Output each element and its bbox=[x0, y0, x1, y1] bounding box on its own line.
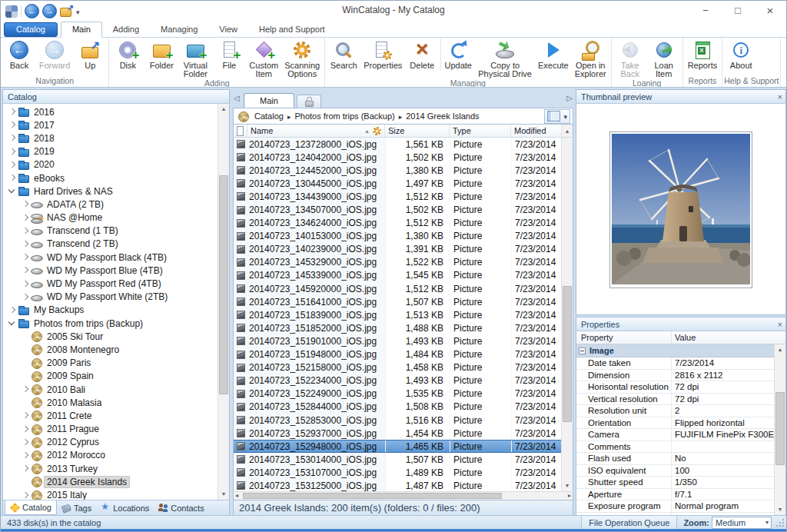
ribbon-button-delete[interactable]: Delete bbox=[405, 38, 439, 70]
ribbon-button-loan-item[interactable]: Loan Item bbox=[647, 38, 681, 78]
close-panel-icon[interactable] bbox=[778, 93, 782, 101]
file-row[interactable]: 20140723_153014000_iOS.jpg1,507 KBPictur… bbox=[234, 453, 562, 466]
file-row[interactable]: 20140723_153107000_iOS.jpg1,489 KBPictur… bbox=[234, 466, 562, 479]
column-header-size[interactable]: Size bbox=[385, 125, 450, 137]
ribbon-button-scanning-options[interactable]: Scanning Options bbox=[281, 38, 323, 78]
scroll-down-icon[interactable] bbox=[775, 504, 785, 515]
tree-item-adata-2-tb[interactable]: ADATA (2 TB) bbox=[3, 198, 218, 211]
property-row-iso-equivalent[interactable]: ISO equivalent100 bbox=[576, 465, 775, 477]
expander-icon[interactable] bbox=[19, 424, 31, 435]
minimize-button[interactable] bbox=[689, 1, 722, 21]
catalog-app-tab[interactable]: Catalog bbox=[4, 22, 58, 37]
file-row[interactable]: 20140723_140239000_iOS.jpg1,391 KBPictur… bbox=[234, 243, 562, 256]
scroll-up-icon[interactable] bbox=[561, 125, 573, 137]
file-row[interactable]: 20140723_123728000_iOS.jpg1,561 KBPictur… bbox=[234, 138, 562, 151]
tree-item-wd-my-passport-white-2tb[interactable]: WD My Passport White (2TB) bbox=[3, 291, 218, 304]
expander-icon[interactable] bbox=[19, 238, 31, 250]
file-row[interactable]: 20140723_140153000_iOS.jpg1,380 KBPictur… bbox=[234, 230, 562, 243]
column-settings-gear-icon[interactable] bbox=[373, 127, 381, 135]
ribbon-button-update[interactable]: Update bbox=[440, 38, 475, 70]
tree-item-transcend-2-tb[interactable]: Transcend (2 TB) bbox=[3, 238, 218, 251]
tree-item-2017[interactable]: 2017 bbox=[3, 118, 218, 131]
expander-icon[interactable] bbox=[6, 106, 18, 118]
tree-item-2005-ski-tour[interactable]: 2005 Ski Tour bbox=[3, 330, 218, 343]
ribbon-button-search[interactable]: Search bbox=[327, 38, 360, 70]
column-header-file-icon[interactable] bbox=[234, 125, 247, 137]
ribbon-button-virtual-folder[interactable]: Virtual Folder bbox=[178, 38, 212, 78]
file-row[interactable]: 20140723_124452000_iOS.jpg1,380 KBPictur… bbox=[234, 164, 562, 177]
ribbon-button-back[interactable]: Back bbox=[2, 38, 36, 70]
property-column-header[interactable]: Property bbox=[576, 331, 672, 344]
breadcrumb-photos-from-trips-backup[interactable]: Photos from trips (Backup) bbox=[294, 111, 394, 121]
file-row[interactable]: 20140723_134507000_iOS.jpg1,502 KBPictur… bbox=[234, 203, 562, 216]
maximize-button[interactable] bbox=[722, 1, 754, 21]
panel-tab-locations[interactable]: Locations bbox=[96, 500, 154, 515]
file-row[interactable]: 20140723_124042000_iOS.jpg1,502 KBPictur… bbox=[234, 151, 562, 164]
tree-item-nas-home[interactable]: NAS @Home bbox=[3, 211, 218, 224]
ribbon-tab-view[interactable]: View bbox=[208, 22, 248, 37]
file-row[interactable]: 20140723_152844000_iOS.jpg1,508 KBPictur… bbox=[234, 401, 562, 414]
ribbon-tab-adding[interactable]: Adding bbox=[102, 22, 150, 37]
scroll-left-icon[interactable] bbox=[235, 492, 238, 500]
tree-item-2019[interactable]: 2019 bbox=[3, 145, 218, 158]
tab-scroll-left-icon[interactable] bbox=[234, 94, 240, 102]
tree-item-2012-cyprus[interactable]: 2012 Cyprus bbox=[3, 436, 218, 449]
tree-item-2008-montenegro[interactable]: 2008 Montenegro bbox=[3, 343, 218, 356]
expander-icon[interactable] bbox=[19, 490, 31, 500]
file-row[interactable]: 20140723_145339000_iOS.jpg1,545 KBPictur… bbox=[234, 269, 562, 282]
file-operation-queue-button[interactable]: File Operation Queue bbox=[581, 516, 677, 529]
property-row-comments[interactable]: Comments bbox=[576, 441, 775, 454]
breadcrumb-2014-greek-islands[interactable]: 2014 Greek Islands bbox=[406, 111, 479, 121]
qat-back-icon[interactable] bbox=[25, 4, 39, 18]
expander-icon[interactable] bbox=[6, 185, 18, 197]
file-list-scrollbar[interactable] bbox=[561, 138, 573, 491]
tree-item-2013-turkey[interactable]: 2013 Turkey bbox=[3, 462, 218, 475]
property-row-aperture[interactable]: Aperturef/7.1 bbox=[576, 489, 775, 501]
scrollbar-thumb[interactable] bbox=[243, 493, 502, 499]
tree-item-wd-my-passport-red-4tb[interactable]: WD My Passport Red (4TB) bbox=[3, 277, 218, 290]
scroll-right-icon[interactable] bbox=[568, 492, 571, 500]
expander-icon[interactable] bbox=[19, 212, 31, 224]
expander-icon[interactable] bbox=[6, 146, 18, 158]
file-row[interactable]: 20140723_151948000_iOS.jpg1,484 KBPictur… bbox=[234, 348, 562, 361]
expander-icon[interactable] bbox=[6, 159, 18, 171]
scroll-down-icon[interactable] bbox=[218, 489, 229, 500]
file-row[interactable]: 20140723_130445000_iOS.jpg1,497 KBPictur… bbox=[234, 177, 562, 190]
ribbon-tab-help-and-support[interactable]: Help and Support bbox=[248, 22, 336, 37]
main-document-tab[interactable]: Main bbox=[244, 93, 294, 108]
property-row-horisontal-resolution[interactable]: Horisontal resolution72 dpi bbox=[576, 381, 775, 394]
file-row[interactable]: 20140723_152249000_iOS.jpg1,535 KBPictur… bbox=[234, 387, 562, 401]
tree-item-2009-spain[interactable]: 2009 Spain bbox=[3, 370, 218, 383]
file-row[interactable]: 20140723_152234000_iOS.jpg1,493 KBPictur… bbox=[234, 374, 562, 387]
expander-icon[interactable] bbox=[19, 410, 31, 421]
ribbon-button-open-in-explorer[interactable]: Open in Explorer bbox=[572, 38, 609, 78]
ribbon-button-folder[interactable]: Folder bbox=[144, 38, 178, 70]
expander-icon[interactable] bbox=[19, 198, 31, 210]
tree-item-wd-my-passport-blue-4tb[interactable]: WD My Passport Blue (4TB) bbox=[3, 264, 218, 277]
file-row[interactable]: 20140723_151852000_iOS.jpg1,488 KBPictur… bbox=[234, 321, 562, 334]
expander-icon[interactable] bbox=[19, 437, 31, 448]
file-row[interactable]: 20140723_152853000_iOS.jpg1,516 KBPictur… bbox=[234, 414, 562, 427]
properties-scrollbar[interactable] bbox=[774, 344, 785, 515]
property-row-camera[interactable]: CameraFUJIFILM FinePix F300EXR bbox=[576, 429, 775, 441]
ribbon-button-about[interactable]: About bbox=[724, 38, 758, 70]
property-row-dimension[interactable]: Dimension2816 x 2112 bbox=[576, 370, 775, 382]
scrollbar-thumb[interactable] bbox=[563, 286, 572, 422]
ribbon-button-reports[interactable]: Reports bbox=[685, 38, 721, 70]
tree-item-2011-prague[interactable]: 2011 Prague bbox=[3, 423, 218, 436]
ribbon-button-copy-to-physical-drive[interactable]: Copy to Physical Drive bbox=[475, 38, 535, 78]
tree-scrollbar[interactable] bbox=[218, 104, 229, 500]
ribbon-button-up[interactable]: Up bbox=[73, 38, 107, 70]
panel-tab-tags[interactable]: Tags bbox=[57, 500, 96, 515]
resize-grip[interactable] bbox=[776, 518, 785, 527]
zoom-dropdown[interactable]: Medium bbox=[712, 517, 772, 529]
file-row[interactable]: 20140723_151901000_iOS.jpg1,493 KBPictur… bbox=[234, 334, 562, 347]
property-row-vertical-resolution[interactable]: Vertical resolution72 dpi bbox=[576, 394, 775, 406]
tree-item-2010-bali[interactable]: 2010 Bali bbox=[3, 383, 218, 396]
tree-item-transcend-1-tb[interactable]: Transcend (1 TB) bbox=[3, 224, 218, 238]
property-row-exposure-program[interactable]: Exposure programNormal program bbox=[576, 500, 775, 513]
expander-icon[interactable] bbox=[6, 119, 18, 131]
ribbon-tab-managing[interactable]: Managing bbox=[150, 22, 208, 37]
scroll-down-icon[interactable] bbox=[562, 480, 573, 491]
column-header-type[interactable]: Type bbox=[450, 125, 511, 137]
